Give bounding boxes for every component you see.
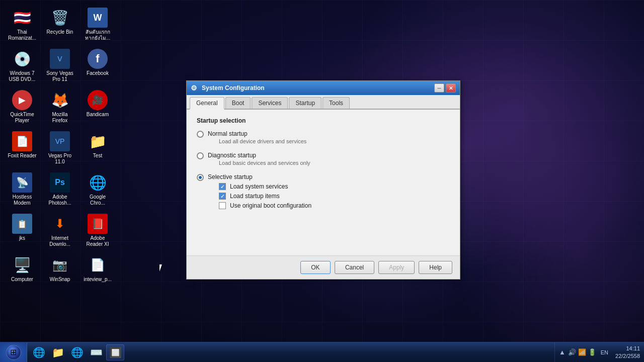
word-icon: W — [88, 8, 108, 28]
desktop-icon-thai[interactable]: 🇹🇭 Thai Romanizat... — [5, 5, 39, 44]
desktop: 🇹🇭 Thai Romanizat... 🗑️ Recycle Bin W สั… — [0, 0, 644, 362]
tab-general[interactable]: General — [190, 97, 224, 110]
desktop-icon-firefox[interactable]: 🦊 Mozilla Firefox — [43, 87, 77, 126]
photoshop-label: Adobe Photosh... — [44, 194, 75, 206]
interview-icon: 📄 — [88, 255, 108, 275]
startup-selection-title: Startup selection — [197, 117, 450, 124]
desktop-icons-area: 🇹🇭 Thai Romanizat... 🗑️ Recycle Bin W สั… — [0, 0, 111, 290]
taskbar-icon-sysconfig[interactable]: 🔲 — [106, 344, 124, 360]
jks-label: jks — [19, 235, 25, 241]
load-system-services-label: Load system services — [230, 183, 288, 190]
help-button[interactable]: Help — [419, 261, 452, 274]
cancel-button[interactable]: Cancel — [335, 261, 374, 274]
tray-volume-icon[interactable]: 🔊 — [568, 348, 576, 356]
winsnap-label: WinSnap — [50, 277, 70, 283]
chrome-label: Google Chro... — [82, 194, 113, 206]
load-system-services-checkbox[interactable] — [219, 183, 226, 190]
dialog-footer: OK Cancel Apply Help — [187, 255, 460, 279]
clock-time: 14:11 — [615, 345, 640, 352]
desktop-icon-win7[interactable]: 💿 Windows 7 USB DVD... — [5, 46, 39, 85]
foxit-icon: 📄 — [12, 131, 32, 151]
desktop-icon-jks[interactable]: 📋 jks — [5, 211, 39, 250]
desktop-icon-vegaspro[interactable]: VP Vegas Pro 11.0 — [43, 129, 77, 167]
diagnostic-startup-option: Diagnostic startup Load basic devices an… — [197, 152, 450, 168]
thai-label: Thai Romanizat... — [7, 29, 38, 41]
diagnostic-startup-label: Diagnostic startup — [208, 152, 310, 159]
start-button[interactable]: ⊞ — [0, 342, 27, 363]
desktop-icon-winsnap[interactable]: 📷 WinSnap — [43, 252, 77, 285]
selective-options: Load system services Load startup items … — [219, 183, 450, 209]
tab-startup[interactable]: Startup — [289, 97, 321, 109]
desktop-icon-photoshop[interactable]: Ps Adobe Photosh... — [43, 170, 77, 209]
diagnostic-startup-sublabel: Load basic devices and services only — [219, 160, 310, 166]
system-tray: ▲ 🔊 📶 🔋 EN 14:11 22/2/2558 — [554, 342, 644, 362]
desktop-icon-word[interactable]: W สันดับแรกก ทากยังไม... — [80, 5, 115, 44]
tray-expand-icon[interactable]: ▲ — [559, 348, 566, 356]
tray-network-icon[interactable]: 📶 — [578, 348, 586, 356]
recycle-bin-label: Recycle Bin — [47, 29, 73, 35]
tray-battery-icon[interactable]: 🔋 — [588, 348, 596, 356]
minimize-button[interactable]: ─ — [434, 83, 444, 93]
dialog-title-text: System Configuration — [202, 84, 434, 92]
use-original-boot-row: Use original boot configuration — [219, 202, 450, 209]
clock: 14:11 22/2/2558 — [613, 345, 640, 359]
tray-icons: 🔊 📶 🔋 — [568, 348, 596, 356]
clock-date: 22/2/2558 — [615, 352, 640, 359]
diagnostic-startup-radio[interactable] — [197, 152, 204, 159]
adobe-reader-icon: 📕 — [88, 214, 108, 234]
desktop-icon-facebook[interactable]: f Facebook — [80, 46, 115, 85]
ok-button[interactable]: OK — [300, 261, 331, 274]
load-system-services-row: Load system services — [219, 183, 450, 190]
tab-services[interactable]: Services — [252, 97, 288, 109]
test-folder-icon: 📁 — [88, 131, 108, 151]
language-indicator[interactable]: EN — [599, 349, 610, 355]
taskbar-icon-chrome[interactable]: 🌐 — [68, 344, 86, 360]
normal-startup-option: Normal startup Load all device drivers a… — [197, 130, 450, 147]
desktop-icon-chrome[interactable]: 🌐 Google Chro... — [80, 170, 115, 209]
desktop-icon-idm[interactable]: ⬇ Internet Downlo... — [43, 211, 77, 250]
desktop-icon-test[interactable]: 📁 Test — [80, 129, 115, 167]
hostless-icon: 📡 — [12, 172, 32, 193]
desktop-icon-foxit[interactable]: 📄 Foxit Reader — [5, 129, 39, 167]
desktop-icon-hostless[interactable]: 📡 Hostless Modem — [5, 170, 39, 209]
desktop-icon-recycle[interactable]: 🗑️ Recycle Bin — [43, 5, 77, 44]
vegaspro-icon: VP — [50, 131, 70, 151]
idm-label: Internet Downlo... — [44, 235, 75, 247]
foxit-label: Foxit Reader — [8, 153, 36, 159]
selective-startup-radio[interactable] — [197, 174, 204, 181]
bandicam-label: Bandicam — [87, 112, 109, 118]
normal-startup-radio[interactable] — [197, 131, 204, 138]
desktop-icon-interview[interactable]: 📄 inteview_p... — [80, 252, 115, 285]
facebook-label: Facebook — [87, 70, 109, 76]
desktop-icon-vegas[interactable]: V Sony Vegas Pro 11 — [43, 46, 77, 85]
apply-button[interactable]: Apply — [378, 261, 415, 274]
winsnap-icon: 📷 — [50, 255, 70, 275]
load-startup-items-row: Load startup items — [219, 193, 450, 200]
dialog-title-icon: ⚙ — [191, 84, 199, 92]
recycle-bin-icon: 🗑️ — [50, 8, 70, 28]
taskbar-icon-keyboard[interactable]: ⌨️ — [87, 344, 105, 360]
photoshop-icon: Ps — [50, 172, 70, 193]
tab-boot[interactable]: Boot — [225, 97, 251, 109]
dialog-content: General Boot Services Startup Tools Star… — [187, 95, 460, 279]
tab-tools[interactable]: Tools — [323, 97, 350, 109]
desktop-icon-bandicam[interactable]: 🎥 Bandicam — [80, 87, 115, 126]
computer-label: Computer — [11, 277, 33, 283]
taskbar-icon-ie[interactable]: 🌐 — [30, 344, 48, 360]
selective-startup-label: Selective startup — [208, 173, 450, 180]
test-label: Test — [93, 153, 102, 159]
desktop-icon-quicktime[interactable]: ▶ QuickTime Player — [5, 87, 39, 126]
taskbar-icon-explorer[interactable]: 📁 — [49, 344, 67, 360]
jks-icon: 📋 — [12, 214, 32, 234]
load-startup-items-checkbox[interactable] — [219, 193, 226, 200]
bandicam-icon: 🎥 — [88, 90, 108, 110]
use-original-boot-checkbox[interactable] — [219, 202, 226, 209]
dialog-titlebar[interactable]: ⚙ System Configuration ─ ✕ — [187, 81, 460, 95]
close-button[interactable]: ✕ — [446, 83, 456, 93]
load-startup-items-label: Load startup items — [230, 193, 280, 200]
computer-icon: 🖥️ — [12, 255, 32, 275]
desktop-icon-computer[interactable]: 🖥️ Computer — [5, 252, 39, 285]
vegaspro-label: Vegas Pro 11.0 — [44, 153, 75, 165]
desktop-icon-adobe-reader[interactable]: 📕 Adobe Reader XI — [80, 211, 115, 250]
idm-icon: ⬇ — [50, 214, 70, 234]
